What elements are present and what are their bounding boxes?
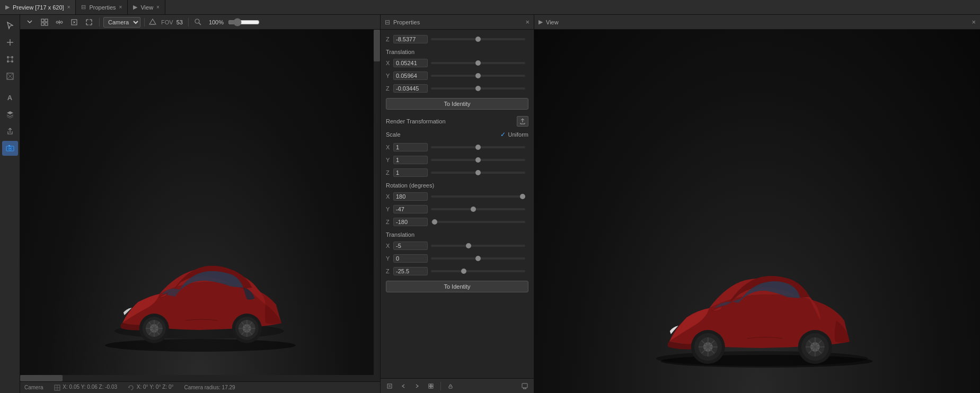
tab-preview-close[interactable]: × bbox=[67, 4, 70, 10]
to-identity-top-btn[interactable]: To Identity bbox=[386, 98, 528, 110]
prop-thumb-z-top[interactable] bbox=[475, 37, 481, 42]
prop-thumb-tx[interactable] bbox=[466, 243, 471, 248]
prop-input-tz[interactable] bbox=[393, 267, 428, 275]
prop-thumb-sy[interactable] bbox=[475, 157, 481, 163]
prop-thumb-sz[interactable] bbox=[475, 170, 481, 175]
preview-scroll-thumb-h[interactable] bbox=[20, 375, 63, 381]
prop-bottom-back-btn[interactable] bbox=[398, 381, 409, 391]
upload-transform-btn[interactable] bbox=[517, 116, 528, 127]
prop-input-z-top[interactable] bbox=[393, 35, 428, 43]
prop-input-ry[interactable] bbox=[393, 205, 428, 213]
svg-rect-9 bbox=[41, 19, 44, 22]
properties-panel: ⊟ Properties × Z Translation X bbox=[381, 15, 534, 393]
prop-axis-ry: Y bbox=[386, 206, 393, 212]
svg-point-7 bbox=[9, 148, 11, 149]
prop-input-ty[interactable] bbox=[393, 254, 428, 263]
toolbar-transform-btn[interactable] bbox=[68, 16, 81, 28]
prop-slider-sz[interactable] bbox=[431, 172, 525, 174]
prop-slider-sx[interactable] bbox=[431, 146, 525, 148]
sidebar-pointer-tool[interactable] bbox=[2, 35, 18, 50]
prop-bottom-forward-btn[interactable] bbox=[411, 381, 423, 391]
prop-bottom-sep bbox=[440, 382, 441, 390]
prop-slider-ry[interactable] bbox=[431, 208, 525, 210]
prop-input-tx-top[interactable] bbox=[393, 59, 428, 67]
view-canvas[interactable] bbox=[534, 30, 980, 393]
prop-thumb-tz-top[interactable] bbox=[475, 86, 481, 91]
sidebar-select-tool[interactable] bbox=[2, 18, 18, 33]
sidebar-layers-tool[interactable] bbox=[2, 107, 18, 122]
svg-point-13 bbox=[56, 21, 58, 23]
prop-slider-tx-top[interactable] bbox=[431, 62, 525, 64]
sidebar-nodes-tool[interactable] bbox=[2, 52, 18, 67]
uniform-check[interactable]: ✓ Uniform bbox=[500, 131, 528, 138]
prop-slider-ty[interactable] bbox=[431, 257, 525, 260]
preview-scrollbar-h[interactable] bbox=[20, 375, 374, 381]
tab-view-label: View bbox=[140, 4, 153, 11]
prop-thumb-ry[interactable] bbox=[471, 207, 476, 212]
prop-bottom-lock-btn[interactable] bbox=[445, 381, 456, 391]
view-close[interactable]: × bbox=[972, 18, 976, 26]
prop-input-rx[interactable] bbox=[393, 192, 428, 201]
properties-close[interactable]: × bbox=[525, 18, 529, 26]
toolbar-arrow-btn[interactable] bbox=[23, 16, 36, 28]
svg-point-14 bbox=[60, 21, 63, 23]
prop-bottom-prev-btn[interactable] bbox=[384, 381, 395, 391]
prop-thumb-ty[interactable] bbox=[475, 256, 481, 261]
properties-bottom-toolbar bbox=[381, 378, 534, 393]
zoom-icon bbox=[194, 18, 202, 26]
prop-thumb-sx[interactable] bbox=[475, 145, 481, 150]
tab-properties[interactable]: ⊟ Properties × bbox=[76, 0, 128, 14]
zoom-slider[interactable] bbox=[228, 18, 260, 26]
tab-view-close[interactable]: × bbox=[156, 4, 160, 10]
properties-icon: ⊟ bbox=[385, 19, 390, 26]
preview-canvas[interactable] bbox=[20, 30, 380, 381]
prop-input-rz[interactable] bbox=[393, 218, 428, 226]
sidebar-camera-tool[interactable] bbox=[2, 141, 18, 156]
prop-axis-tz-top: Z bbox=[386, 85, 393, 92]
prop-thumb-tx-top[interactable] bbox=[475, 60, 481, 66]
prop-thumb-ty-top[interactable] bbox=[475, 73, 481, 78]
prop-bottom-grid-btn[interactable] bbox=[425, 381, 437, 391]
sidebar-share-tool[interactable] bbox=[2, 124, 18, 139]
prop-row-sy: Y bbox=[381, 154, 534, 166]
sidebar-text-tool[interactable]: A bbox=[2, 90, 18, 105]
properties-content[interactable]: Z Translation X Y bbox=[381, 30, 534, 378]
prop-slider-rz[interactable] bbox=[431, 221, 525, 223]
prop-row-ry: Y bbox=[381, 203, 534, 216]
prop-input-sz[interactable] bbox=[393, 168, 428, 177]
preview-scroll-thumb-v[interactable] bbox=[374, 30, 380, 61]
tab-properties-close[interactable]: × bbox=[119, 4, 122, 10]
prop-thumb-rx[interactable] bbox=[520, 194, 525, 199]
prop-slider-z-top[interactable] bbox=[431, 38, 525, 40]
properties-title: Properties bbox=[393, 19, 420, 25]
uniform-label: Uniform bbox=[508, 131, 528, 138]
tab-preview[interactable]: ▶ Preview [717 x 620] × bbox=[0, 0, 76, 14]
prop-input-sx[interactable] bbox=[393, 143, 428, 151]
prop-input-tz-top[interactable] bbox=[393, 84, 428, 93]
prop-input-sy[interactable] bbox=[393, 156, 428, 164]
prop-axis-sy: Y bbox=[386, 157, 393, 163]
prop-row-ty: Y bbox=[381, 252, 534, 265]
to-identity-btn[interactable]: To Identity bbox=[386, 281, 528, 292]
prop-thumb-rz[interactable] bbox=[432, 219, 437, 225]
prop-slider-tz[interactable] bbox=[431, 270, 525, 272]
camera-select[interactable]: Camera bbox=[103, 17, 140, 28]
toolbar-grid-btn[interactable] bbox=[38, 16, 51, 28]
prop-input-ty-top[interactable] bbox=[393, 72, 428, 80]
prop-bottom-settings-btn[interactable] bbox=[519, 381, 531, 391]
prop-slider-tz-top[interactable] bbox=[431, 87, 525, 90]
toolbar-nodes-btn[interactable] bbox=[53, 16, 66, 28]
prop-slider-rx[interactable] bbox=[431, 195, 525, 198]
preview-scrollbar-v[interactable] bbox=[374, 30, 380, 381]
prop-slider-tx[interactable] bbox=[431, 245, 525, 247]
svg-rect-8 bbox=[8, 145, 10, 146]
sidebar-transform-tool[interactable] bbox=[2, 69, 18, 84]
uniform-checkmark: ✓ bbox=[500, 131, 506, 138]
prop-slider-ty-top[interactable] bbox=[431, 75, 525, 77]
prop-input-tx[interactable] bbox=[393, 242, 428, 250]
tab-view[interactable]: ▶ View × bbox=[128, 0, 165, 14]
toolbar-expand-btn[interactable] bbox=[83, 16, 95, 28]
prop-thumb-tz[interactable] bbox=[461, 269, 466, 274]
prop-row-tz: Z bbox=[381, 265, 534, 278]
prop-slider-sy[interactable] bbox=[431, 159, 525, 161]
